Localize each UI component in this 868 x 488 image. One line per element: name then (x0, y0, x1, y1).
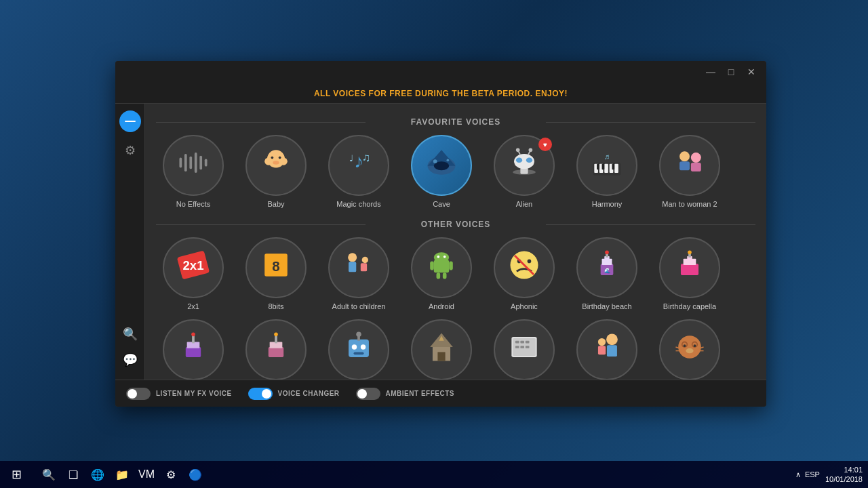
voice-item-2x1[interactable]: 2x12x1 (156, 237, 231, 311)
svg-point-110 (684, 344, 686, 347)
svg-rect-97 (526, 341, 530, 344)
content-area[interactable]: FAVOURITE VOICES No EffectsBaby♪♫♩Magic … (145, 104, 766, 380)
ambient-effects-toggle[interactable] (356, 388, 380, 400)
svg-point-8 (271, 156, 274, 159)
voice-item-bot[interactable]: Bot (321, 319, 396, 380)
close-button[interactable]: ✕ (742, 65, 761, 79)
voice-item-8bits[interactable]: 88bits (239, 237, 313, 311)
taskbar-extra[interactable]: 🔵 (184, 464, 206, 485)
voice-item-magic-chords[interactable]: ♪♫♩Magic chords (321, 135, 396, 209)
voice-circle-alien[interactable]: ♥ (494, 135, 555, 196)
voice-label-adult-to-children: Adult to children (332, 302, 386, 311)
voice-label-magic-chords: Magic chords (336, 200, 380, 209)
voice-item-baby[interactable]: Baby (239, 135, 313, 209)
svg-rect-38 (612, 163, 614, 169)
chat-icon[interactable]: 💬 (123, 352, 138, 367)
listen-fx-label: LISTEN MY FX VOICE (156, 390, 232, 397)
voice-item-alien[interactable]: ♥Alien (487, 135, 561, 209)
search-icon[interactable]: 🔍 (123, 327, 138, 342)
voice-circle-aphonic[interactable] (494, 237, 555, 298)
voice-circle-magic-chords[interactable]: ♪♫♩ (328, 135, 389, 196)
svg-rect-42 (679, 161, 690, 170)
2x1-icon: 2x1 (174, 246, 212, 290)
svg-point-10 (273, 161, 279, 165)
voice-item-adult-to-children[interactable]: Adult to children (321, 237, 396, 311)
beta-text: ALL VOICES FOR FREE DURING THE BETA PERI… (314, 89, 568, 98)
taskbar-edge[interactable]: 🌐 (87, 464, 108, 485)
voice-circle-android[interactable] (411, 237, 472, 298)
birthday-reggae-icon (174, 328, 212, 372)
ambient-effects-toggle-group: AMBIENT EFFECTS (356, 388, 454, 400)
voice-item-birthday-reggae[interactable]: Birthday reggae (156, 319, 231, 380)
svg-rect-50 (349, 262, 356, 272)
svg-rect-43 (691, 163, 701, 171)
clock-date: 10/01/2018 (825, 474, 863, 484)
voice-item-cathedral[interactable]: Cathedral (404, 319, 479, 380)
svg-rect-103 (598, 346, 606, 354)
listen-fx-toggle-group: LISTEN MY FX VOICE (126, 388, 232, 400)
voice-changer-toggle-group: VOICE CHANGER (248, 388, 340, 400)
voice-circle-adult-to-children[interactable] (328, 237, 389, 298)
voice-circle-no-effects[interactable] (163, 135, 224, 196)
listen-fx-toggle[interactable] (126, 388, 151, 400)
voice-item-man-to-woman-2[interactable]: Man to woman 2 (652, 135, 727, 209)
taskbar-vmware[interactable]: VM (136, 464, 157, 485)
maximize-button[interactable]: □ (722, 65, 741, 79)
svg-rect-6 (205, 159, 208, 166)
voice-label-harmony: Harmony (592, 200, 623, 209)
svg-point-84 (352, 344, 357, 349)
taskbar-task-view[interactable]: ❑ (62, 464, 84, 485)
svg-point-78 (191, 332, 195, 336)
voice-circle-birthday-capella[interactable] (659, 237, 720, 298)
voice-circle-man-to-woman-2[interactable] (659, 135, 720, 196)
language-indicator: ESP (805, 470, 820, 479)
voice-circle-birthday-reggae[interactable] (163, 319, 224, 380)
taskbar-file-explorer[interactable]: 📁 (111, 464, 133, 485)
voice-item-aphonic[interactable]: Aphonic (487, 237, 561, 311)
magic-chords-icon: ♪♫♩ (340, 144, 378, 188)
voice-circle-harmony[interactable]: ♬ (576, 135, 637, 196)
taskbar-right: ∧ ESP 14:01 10/01/2018 (795, 465, 868, 485)
voice-circle-children-to-adult[interactable] (576, 319, 637, 380)
start-button[interactable]: ⊞ (0, 461, 33, 488)
voice-item-chipmunk[interactable]: Chipmunk (652, 319, 727, 380)
voice-circle-cathedral[interactable] (411, 319, 472, 380)
voice-circle-2x1[interactable]: 2x1 (163, 237, 224, 298)
taskbar-search[interactable]: 🔍 (38, 464, 60, 485)
svg-rect-58 (437, 272, 441, 279)
svg-point-41 (691, 152, 701, 163)
svg-text:2x1: 2x1 (182, 258, 203, 272)
minimize-button[interactable]: — (701, 65, 720, 79)
voice-label-alien: Alien (516, 200, 532, 209)
voice-item-no-effects[interactable]: No Effects (156, 135, 231, 209)
svg-rect-33 (604, 163, 608, 172)
svg-rect-37 (602, 163, 605, 169)
taskbar-settings[interactable]: ⚙ (160, 464, 182, 485)
voice-circle-cave[interactable] (411, 135, 472, 196)
tray-chevron[interactable]: ∧ (795, 470, 801, 479)
voice-circle-baby[interactable] (245, 135, 307, 196)
voice-item-children-to-adult[interactable]: Children to adult (570, 319, 644, 380)
voice-item-central[interactable]: Central (487, 319, 561, 380)
voice-item-android[interactable]: Android (404, 237, 479, 311)
voice-item-cave[interactable]: Cave (404, 135, 479, 209)
voice-item-birthday-capella[interactable]: Birthday capella (652, 237, 727, 311)
harmony-icon: ♬ (588, 144, 626, 188)
voice-circle-bot[interactable] (328, 319, 389, 380)
voice-item-birthday-rock[interactable]: Birthday rock (239, 319, 313, 380)
voice-circle-chipmunk[interactable] (659, 319, 720, 380)
app-logo[interactable] (119, 110, 141, 132)
settings-icon[interactable]: ⚙ (125, 143, 136, 158)
voice-circle-8bits[interactable]: 8 (245, 237, 307, 298)
voice-circle-birthday-beach[interactable]: 🌊 (576, 237, 637, 298)
voice-label-no-effects: No Effects (176, 200, 211, 209)
svg-point-82 (274, 332, 278, 336)
svg-text:8: 8 (272, 258, 279, 274)
svg-text:🌊: 🌊 (604, 268, 611, 274)
voice-circle-birthday-rock[interactable] (245, 319, 307, 380)
voice-changer-toggle[interactable] (248, 388, 273, 400)
voice-circle-central[interactable] (494, 319, 555, 380)
taskbar: ⊞ 🔍 ❑ 🌐 📁 VM ⚙ 🔵 ∧ ESP 14:01 10/01/2018 (0, 461, 868, 488)
voice-item-birthday-beach[interactable]: 🌊Birthday beach (570, 237, 644, 311)
voice-item-harmony[interactable]: ♬Harmony (570, 135, 644, 209)
